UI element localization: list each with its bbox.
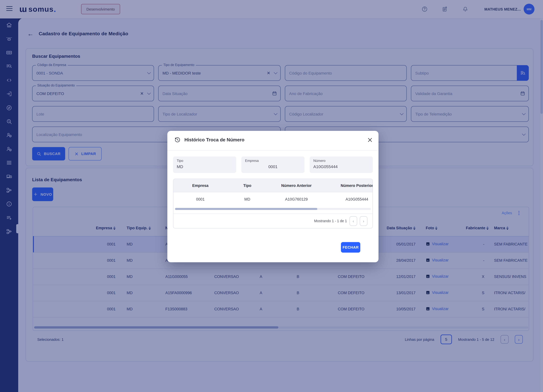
modal-prev-page-button[interactable]: ‹ [350,216,357,226]
modal-column-header: Número Anterior [267,183,326,188]
modal-column-header: Empresa [173,183,227,188]
modal-column-header: Tipo [227,183,267,188]
modal-table-row: 0001MDA10G760129A10G055444 [173,192,373,206]
modal-table-cell: A10G760129 [267,197,326,201]
modal-table-cell: A10G055444 [326,197,373,201]
modal-table-cell: 0001 [173,197,227,201]
modal-table-header: EmpresaTipoNúmero AnteriorNúmero Posteri… [173,179,373,192]
modal-title: Histórico Troca de Número [184,137,244,143]
modal-column-header: Número Posterior [326,183,373,188]
modal-history-table: EmpresaTipoNúmero AnteriorNúmero Posteri… [173,179,373,229]
modal-field-empresa: Empresa 0001 [241,157,305,173]
modal-hscrollbar-thumb[interactable] [175,208,317,210]
modal-field-numero: Número A10G055444 [310,157,373,173]
history-icon [174,137,181,143]
historico-troca-numero-modal: Histórico Troca de Número Tipo MD Empres… [167,131,379,262]
modal-field-tipo: Tipo MD [173,157,236,173]
modal-showing-range: Mostrando 1 - 1 de 1 [314,219,347,223]
close-icon[interactable] [367,137,373,143]
modal-next-page-button[interactable]: › [360,216,368,226]
modal-table-cell: MD [227,197,267,201]
fechar-button[interactable]: FECHAR [341,242,360,253]
modal-hscrollbar-track[interactable] [175,208,371,210]
